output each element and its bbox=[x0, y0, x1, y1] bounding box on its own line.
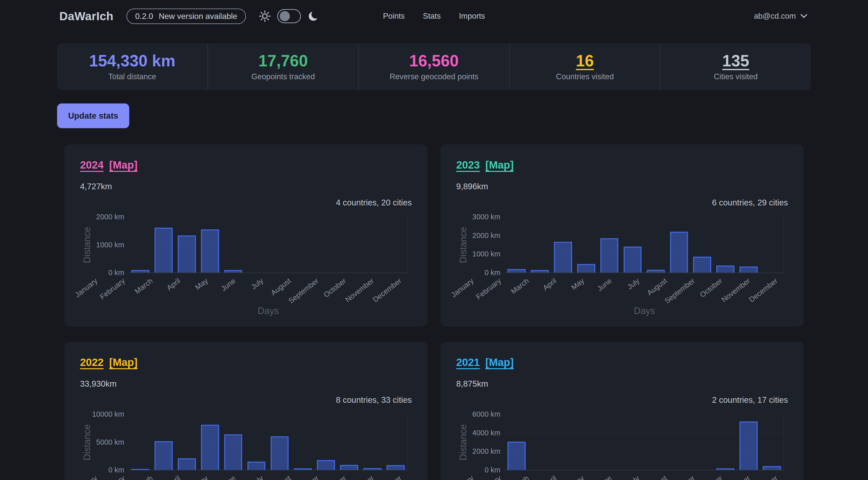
nav-stats[interactable]: Stats bbox=[423, 11, 441, 21]
chart-bars bbox=[129, 414, 407, 470]
chart-bar bbox=[647, 270, 665, 273]
user-menu[interactable]: ab@cd.com bbox=[754, 0, 807, 32]
chart-y-tick-label: 2000 km bbox=[472, 447, 500, 455]
year-distance: 9,896km bbox=[456, 182, 488, 191]
chart-bars bbox=[129, 217, 407, 273]
chart-x-tick-label: April bbox=[165, 474, 182, 480]
chart-bar bbox=[340, 465, 358, 470]
chart-x-tick-label: January bbox=[73, 474, 99, 480]
chart-x-tick-label: May bbox=[570, 277, 586, 292]
year-distance: 8,875km bbox=[456, 379, 488, 389]
chart-x-tick-label: August bbox=[269, 474, 292, 480]
chart-bar bbox=[317, 460, 335, 470]
map-link-2024[interactable]: [Map] bbox=[109, 159, 137, 171]
chart-x-tick-label: April bbox=[541, 277, 558, 292]
stat-reverse-geocoded-value: 16,560 bbox=[409, 53, 459, 69]
chart-gridline bbox=[129, 245, 407, 245]
chart-x-tick-label: June bbox=[220, 474, 237, 480]
nav-imports[interactable]: Imports bbox=[459, 11, 485, 21]
year-link-2022[interactable]: 2022 bbox=[80, 356, 103, 369]
chart-bar bbox=[363, 468, 381, 470]
stat-countries-visited-value[interactable]: 16 bbox=[576, 53, 594, 69]
chart-bar-slot bbox=[129, 414, 152, 470]
stat-geopoints-label: Geopoints tracked bbox=[251, 72, 315, 81]
year-bar-chart: Distance 0 km1000 km2000 km JanuaryFebru… bbox=[80, 217, 412, 320]
year-distance: 4,727km bbox=[80, 182, 112, 191]
chart-bar-slot bbox=[737, 217, 760, 273]
chart-bar-slot bbox=[268, 414, 291, 470]
stat-geopoints: 17,760 Geopoints tracked bbox=[208, 43, 359, 90]
chart-x-tick-label: July bbox=[249, 474, 265, 480]
chart-plot-area: 0 km2000 km4000 km6000 km bbox=[505, 414, 784, 471]
chart-bar bbox=[201, 425, 219, 470]
app-logo[interactable]: DaWarIch bbox=[59, 9, 113, 23]
chart-bar-slot bbox=[198, 414, 222, 470]
chevron-down-icon bbox=[800, 14, 807, 19]
chart-x-tick-label: March bbox=[509, 277, 530, 296]
map-link-2021[interactable]: [Map] bbox=[485, 356, 514, 369]
summary-stats-bar: 154,330 km Total distance 17,760 Geopoin… bbox=[57, 43, 811, 90]
update-stats-button[interactable]: Update stats bbox=[57, 103, 129, 128]
chart-bar bbox=[247, 461, 266, 470]
theme-toggle[interactable] bbox=[277, 9, 301, 23]
map-link-2022[interactable]: [Map] bbox=[109, 356, 137, 369]
chart-bar-slot bbox=[598, 217, 621, 273]
chart-x-tick-label: May bbox=[570, 474, 586, 480]
chart-y-tick-label: 0 km bbox=[108, 269, 124, 276]
stat-cities-visited: 135 Cities visited bbox=[660, 43, 811, 90]
chart-bar-slot bbox=[129, 217, 152, 273]
chart-y-axis-title: Distance bbox=[458, 227, 469, 263]
chart-x-tick-label: January bbox=[450, 474, 475, 480]
chart-bar bbox=[201, 229, 219, 273]
chart-x-tick-label: September bbox=[287, 277, 320, 305]
year-countries-cities: 6 countries, 29 cities bbox=[712, 198, 788, 207]
year-link-2021[interactable]: 2021 bbox=[456, 356, 480, 369]
chart-gridline bbox=[505, 217, 783, 217]
chart-bar bbox=[716, 265, 735, 273]
stat-cities-visited-value[interactable]: 135 bbox=[722, 53, 749, 69]
chart-x-tick-label: June bbox=[596, 474, 614, 480]
chart-x-tick-label: November bbox=[720, 474, 752, 480]
chart-plot-area: 0 km5000 km10000 km bbox=[129, 414, 408, 471]
chart-x-tick-label: October bbox=[322, 474, 348, 480]
chart-bar bbox=[554, 242, 572, 273]
chart-bar-slot bbox=[551, 217, 575, 273]
year-distance: 33,930km bbox=[80, 379, 117, 389]
chart-bar-slot bbox=[384, 414, 407, 470]
chart-y-tick-label: 6000 km bbox=[472, 410, 500, 418]
stat-countries-visited: 16 Countries visited bbox=[509, 43, 660, 90]
chart-x-tick-label: July bbox=[626, 474, 641, 480]
chart-bar-slot bbox=[314, 217, 338, 273]
chart-bar bbox=[131, 469, 150, 470]
chart-x-tick-label: August bbox=[646, 277, 669, 297]
chart-bar-slot bbox=[152, 217, 175, 273]
version-badge[interactable]: 0.2.0 New version available bbox=[126, 8, 246, 24]
year-card-2023: 2023 [Map] 9,896km 6 countries, 29 citie… bbox=[440, 145, 804, 326]
year-link-2024[interactable]: 2024 bbox=[80, 159, 103, 171]
chart-bar-slot bbox=[152, 414, 175, 470]
chart-x-tick-label: August bbox=[646, 474, 669, 480]
chart-bar-slot bbox=[644, 414, 668, 470]
chart-bar bbox=[624, 247, 642, 273]
chart-gridline bbox=[505, 433, 783, 433]
chart-y-axis-title: Distance bbox=[82, 424, 92, 460]
chart-bar-slot bbox=[175, 217, 198, 273]
header: DaWarIch 0.2.0 New version available bbox=[0, 0, 868, 32]
chart-bar-slot bbox=[291, 414, 314, 470]
map-link-2023[interactable]: [Map] bbox=[485, 159, 514, 171]
chart-x-tick-label: August bbox=[269, 277, 292, 297]
nav-points[interactable]: Points bbox=[383, 11, 405, 21]
chart-bar-slot bbox=[198, 217, 222, 273]
year-link-2023[interactable]: 2023 bbox=[456, 159, 480, 171]
chart-bar bbox=[224, 270, 242, 273]
chart-bar bbox=[224, 434, 242, 470]
chart-y-axis-title: Distance bbox=[458, 424, 469, 460]
chart-x-tick-label: November bbox=[344, 474, 375, 480]
chart-bar bbox=[600, 238, 619, 273]
version-number: 0.2.0 bbox=[135, 11, 153, 21]
chart-x-labels: JanuaryFebruaryMarchAprilMayJuneJulyAugu… bbox=[80, 277, 412, 307]
chart-bar-slot bbox=[245, 414, 268, 470]
chart-x-tick-label: January bbox=[73, 277, 99, 299]
chart-bar-slot bbox=[690, 414, 714, 470]
stat-countries-visited-label: Countries visited bbox=[556, 72, 614, 81]
